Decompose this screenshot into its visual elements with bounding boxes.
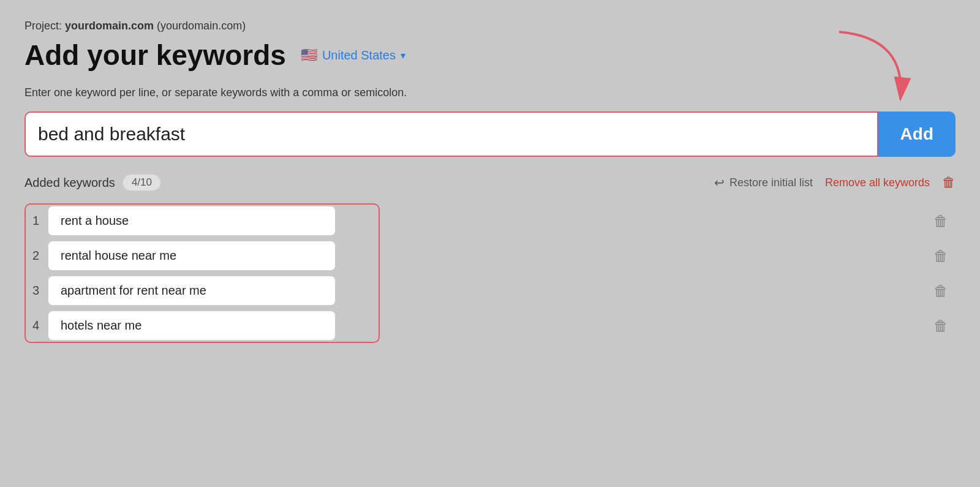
keyword-num-2: 2	[24, 249, 39, 263]
keywords-count-badge: 4/10	[123, 174, 161, 191]
keyword-pill-1: rent a house	[48, 206, 336, 236]
remove-all-keywords-button[interactable]: Remove all keywords	[825, 176, 930, 189]
keyword-row-1: 1 rent a house 🗑	[24, 203, 956, 238]
keywords-header-left: Added keywords 4/10	[24, 174, 161, 191]
keyword-num-1: 1	[24, 214, 39, 228]
keyword-inner-4: 4 hotels near me	[24, 311, 475, 341]
chevron-down-icon: ▾	[401, 50, 405, 61]
delete-keyword-3-button[interactable]: 🗑	[926, 280, 956, 302]
keyword-num-3: 3	[24, 284, 39, 298]
keyword-inner-3: 3 apartment for rent near me	[24, 276, 475, 306]
country-selector-button[interactable]: 🇺🇸 United States ▾	[296, 45, 410, 66]
keyword-input[interactable]	[24, 111, 878, 157]
keyword-inner-1: 1 rent a house	[24, 206, 475, 236]
flag-icon: 🇺🇸	[301, 47, 317, 63]
add-button[interactable]: Add	[878, 111, 956, 157]
instruction-text: Enter one keyword per line, or separate …	[24, 86, 956, 99]
country-name: United States	[322, 48, 396, 62]
keyword-row-3: 3 apartment for rent near me 🗑	[24, 273, 956, 308]
keyword-row-4: 4 hotels near me 🗑	[24, 308, 956, 343]
project-url: (yourdomain.com)	[157, 20, 246, 32]
project-prefix: Project:	[24, 20, 62, 32]
restore-icon: ↩	[714, 175, 725, 190]
restore-label: Restore initial list	[729, 176, 813, 189]
keywords-list-area: 1 rent a house 🗑 2 rental house near me …	[24, 203, 956, 343]
trash-icon-red[interactable]: 🗑	[942, 175, 956, 191]
project-label: Project: yourdomain.com (yourdomain.com)	[24, 20, 956, 32]
keyword-pill-2: rental house near me	[48, 241, 336, 271]
project-name: yourdomain.com	[65, 20, 154, 32]
keyword-inner-2: 2 rental house near me	[24, 241, 475, 271]
keyword-pill-3: apartment for rent near me	[48, 276, 336, 306]
keywords-header: Added keywords 4/10 ↩ Restore initial li…	[24, 174, 956, 191]
keyword-row-2: 2 rental house near me 🗑	[24, 238, 956, 273]
keyword-pill-4: hotels near me	[48, 311, 336, 341]
keywords-section: Added keywords 4/10 ↩ Restore initial li…	[24, 174, 956, 343]
page-title: Add your keywords	[24, 39, 286, 72]
delete-keyword-1-button[interactable]: 🗑	[926, 210, 956, 232]
keywords-header-right: ↩ Restore initial list Remove all keywor…	[714, 175, 956, 191]
added-keywords-label: Added keywords	[24, 176, 115, 190]
delete-keyword-4-button[interactable]: 🗑	[926, 315, 956, 337]
keywords-list: 1 rent a house 🗑 2 rental house near me …	[24, 203, 956, 343]
restore-initial-list-button[interactable]: ↩ Restore initial list	[714, 175, 813, 190]
keyword-num-4: 4	[24, 319, 39, 333]
delete-keyword-2-button[interactable]: 🗑	[926, 245, 956, 267]
